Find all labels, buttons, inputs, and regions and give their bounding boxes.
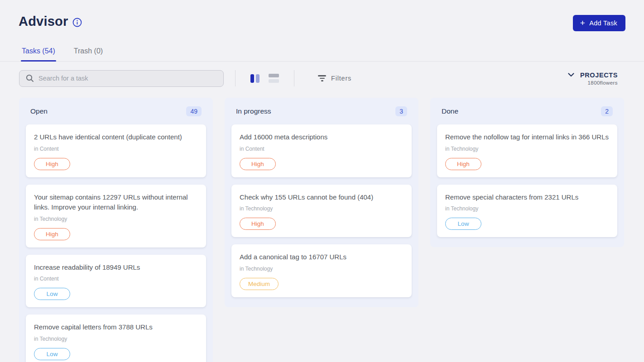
task-title: Add a canonical tag to 16707 URLs xyxy=(240,252,404,262)
task-card[interactable]: Remove the nofollow tag for internal lin… xyxy=(437,124,617,177)
task-card[interactable]: 2 URLs have identical content (duplicate… xyxy=(26,124,206,177)
search-icon xyxy=(26,74,34,82)
info-icon[interactable] xyxy=(72,18,82,27)
filter-icon xyxy=(318,75,326,81)
task-title: Increase readability of 18949 URLs xyxy=(34,262,198,273)
priority-badge: High xyxy=(240,218,276,230)
task-title: Remove capital letters from 3788 URLs xyxy=(34,322,198,333)
plus-icon: + xyxy=(580,20,585,26)
column-count-badge: 3 xyxy=(395,106,407,116)
task-category: in Technology xyxy=(34,336,198,342)
task-title: Add 16000 meta descriptions xyxy=(240,132,404,143)
column-header: Done 2 xyxy=(437,104,617,117)
column-in-progress: In progress 3 Add 16000 meta description… xyxy=(225,98,418,307)
kanban-board: Open 49 2 URLs have identical content (d… xyxy=(19,98,625,362)
tab-trash[interactable]: Trash (0) xyxy=(73,43,104,61)
column-title: Done xyxy=(442,107,458,115)
column-done: Done 2 Remove the nofollow tag for inter… xyxy=(430,98,624,247)
task-title: Remove special characters from 2321 URLs xyxy=(445,192,609,203)
projects-label: PROJECTS xyxy=(580,71,618,79)
priority-badge: High xyxy=(34,228,70,240)
search-input[interactable] xyxy=(38,75,217,82)
column-title: Open xyxy=(30,107,48,115)
task-category: in Content xyxy=(240,146,404,152)
priority-badge: Medium xyxy=(240,278,279,290)
task-category: in Technology xyxy=(445,205,609,212)
task-card[interactable]: Check why 155 URLs cannot be found (404)… xyxy=(231,185,412,238)
add-task-label: Add Task xyxy=(589,19,617,27)
task-title: Your sitemap contains 12297 URLs without… xyxy=(34,192,198,213)
toolbar: Filters PROJECTS 1800flowers xyxy=(19,70,625,87)
column-header: Open 49 xyxy=(26,104,206,117)
page-header: Advisor + Add Task xyxy=(0,0,644,31)
priority-badge: High xyxy=(240,158,276,170)
toolbar-divider xyxy=(294,70,294,86)
column-count-badge: 49 xyxy=(186,106,202,116)
task-category: in Content xyxy=(34,146,198,152)
priority-badge: High xyxy=(34,158,70,170)
toolbar-divider xyxy=(235,70,235,86)
column-count-badge: 2 xyxy=(601,106,613,116)
chevron-down-icon xyxy=(568,73,574,77)
filters-button[interactable]: Filters xyxy=(318,75,351,82)
task-card[interactable]: Increase readability of 18949 URLs in Co… xyxy=(26,255,206,308)
list-view-icon[interactable] xyxy=(269,74,279,83)
task-category: in Technology xyxy=(240,205,404,212)
task-card[interactable]: Your sitemap contains 12297 URLs without… xyxy=(26,185,206,248)
selected-project-name: 1800flowers xyxy=(588,80,618,86)
priority-badge: Low xyxy=(34,348,70,360)
projects-selector: PROJECTS 1800flowers xyxy=(568,71,618,86)
add-task-button[interactable]: + Add Task xyxy=(573,15,625,31)
task-card[interactable]: Remove capital letters from 3788 URLs in… xyxy=(26,314,206,362)
tabs-bar: Tasks (54) Trash (0) xyxy=(0,43,644,62)
tab-tasks[interactable]: Tasks (54) xyxy=(21,43,56,61)
task-title: Remove the nofollow tag for internal lin… xyxy=(445,132,609,143)
kanban-view-icon[interactable] xyxy=(250,74,260,83)
projects-dropdown[interactable]: PROJECTS xyxy=(568,71,618,79)
task-card[interactable]: Remove special characters from 2321 URLs… xyxy=(437,185,617,238)
task-category: in Technology xyxy=(240,266,404,272)
task-card[interactable]: Add a canonical tag to 16707 URLs in Tec… xyxy=(231,244,412,297)
priority-badge: High xyxy=(445,158,481,170)
task-title: 2 URLs have identical content (duplicate… xyxy=(34,132,198,143)
column-header: In progress 3 xyxy=(231,104,412,117)
search-box[interactable] xyxy=(19,70,224,87)
column-open: Open 49 2 URLs have identical content (d… xyxy=(19,98,213,362)
task-card[interactable]: Add 16000 meta descriptions in Content H… xyxy=(231,124,412,177)
column-title: In progress xyxy=(236,107,271,115)
task-title: Check why 155 URLs cannot be found (404) xyxy=(240,192,404,203)
task-category: in Content xyxy=(34,276,198,282)
task-category: in Technology xyxy=(445,146,609,152)
filters-label: Filters xyxy=(331,75,351,82)
priority-badge: Low xyxy=(34,288,70,300)
priority-badge: Low xyxy=(445,218,481,230)
page-title: Advisor xyxy=(19,14,68,29)
task-category: in Technology xyxy=(34,216,198,222)
